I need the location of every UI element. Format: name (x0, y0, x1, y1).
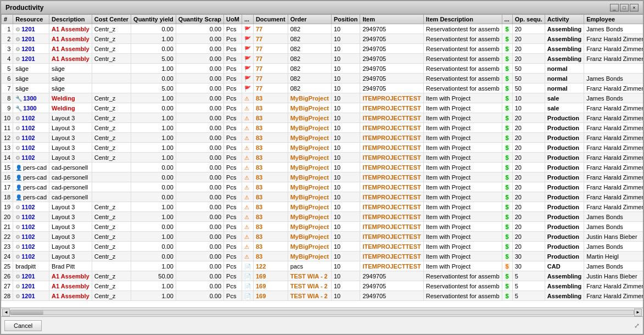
table-row[interactable]: 28 ⚙1201 A1 Assembly Centr_z 1.00 0.00 P… (2, 291, 643, 301)
table-row[interactable]: 8 🔧1300 Welding Centr_z 1.00 0.00 Pcs ⚠ … (2, 93, 643, 103)
scroll-right-button[interactable]: ► (634, 309, 642, 316)
table-row[interactable]: 22 ⚙1102 Layout 3 Centr_z 1.00 0.00 Pcs … (2, 232, 643, 242)
cell-uom: Pcs (224, 163, 242, 172)
table-row[interactable]: 19 ⚙1102 Layout 3 Centr_z 1.00 0.00 Pcs … (2, 202, 643, 212)
machine-icon: 🔧 (15, 96, 22, 102)
cell-ellipsis2: $ (502, 182, 512, 192)
cell-position: 10 (331, 212, 360, 222)
cell-op-sequ: 30 (512, 252, 545, 261)
table-row[interactable]: 11 ⚙1102 Layout 3 Centr_z 1.00 0.00 Pcs … (2, 123, 643, 133)
cell-position: 10 (331, 103, 360, 113)
table-row[interactable]: 2 ⚙1201 A1 Assembly Centr_z 1.00 0.00 Pc… (2, 34, 643, 44)
cell-item: ITEMPROJECTTEST (360, 261, 423, 271)
table-row[interactable]: 3 ⚙1201 A1 Assembly Centr_z 0.00 0.00 Pc… (2, 44, 643, 54)
cell-uom: Pcs (224, 261, 242, 271)
cell-uom: Pcs (224, 291, 242, 301)
table-row[interactable]: 20 ⚙1102 Layout 3 Centr_z 1.00 0.00 Pcs … (2, 212, 643, 222)
cell-resource: ⚙1102 (13, 123, 49, 133)
cell-document: 77 (253, 34, 288, 44)
cell-order: MyBigProject (288, 212, 331, 222)
minimize-button[interactable]: _ (610, 4, 619, 12)
cell-item: ITEMPROJECTTEST (360, 93, 423, 103)
data-table: # Resource Description Cost Center Quant… (1, 14, 643, 301)
cell-item-desc: Reservationtest for assemb (423, 64, 502, 74)
cell-num: 12 (2, 133, 13, 143)
cell-position: 10 (331, 153, 360, 163)
table-row[interactable]: 21 ⚙1102 Layout 3 Centr_z 0.00 0.00 Pcs … (2, 222, 643, 232)
cancel-button[interactable]: Cancel (4, 320, 42, 331)
table-row[interactable]: 1 ⚙1201 A1 Assembly Centr_z 0.00 0.00 Pc… (2, 24, 643, 34)
close-button[interactable]: × (630, 4, 639, 12)
table-row[interactable]: 5 säge säge 1.00 0.00 Pcs 🚩 77 082 10 29… (2, 64, 643, 74)
scroll-left-button[interactable]: ◄ (2, 309, 10, 316)
cell-order: 082 (288, 74, 331, 83)
maximize-button[interactable]: □ (620, 4, 629, 12)
cell-qty-yield: 1.00 (131, 291, 176, 301)
table-row[interactable]: 12 ⚙1102 Layout 3 Centr_z 1.00 0.00 Pcs … (2, 133, 643, 143)
cell-resource: ⚙1102 (13, 222, 49, 232)
table-row[interactable]: 18 👤pers-cad cad-personell 0.00 0.00 Pcs… (2, 192, 643, 202)
table-row[interactable]: 10 ⚙1102 Layout 3 Centr_z 1.00 0.00 Pcs … (2, 113, 643, 123)
table-row[interactable]: 27 ⚙1201 A1 Assembly Centr_z 1.00 0.00 P… (2, 281, 643, 291)
cell-op-sequ: 20 (512, 54, 545, 64)
cell-document: 77 (253, 24, 288, 34)
cell-resource: ⚙1201 (13, 281, 49, 291)
table-row[interactable]: 14 ⚙1102 Layout 3 Centr_z 1.00 0.00 Pcs … (2, 153, 643, 163)
cell-position: 10 (331, 271, 360, 281)
table-row[interactable]: 4 ⚙1201 A1 Assembly Centr_z 5.00 0.00 Pc… (2, 54, 643, 64)
scrollbar-thumb[interactable] (10, 310, 43, 315)
gear-icon: ⚙ (15, 224, 20, 230)
cell-num: 10 (2, 113, 13, 123)
table-row[interactable]: 7 säge säge 5.00 0.00 Pcs 🚩 77 082 10 29… (2, 83, 643, 93)
cell-qty-scrap: 0.00 (176, 271, 223, 281)
horizontal-scrollbar[interactable]: ◄ ► (1, 308, 643, 316)
gear-icon: ⚙ (15, 36, 20, 42)
cell-cost-center: Centr_z (92, 54, 131, 64)
gear-icon: ⚙ (15, 26, 20, 32)
cell-uom: Pcs (224, 44, 242, 54)
table-row[interactable]: 24 ⚙1102 Layout 3 Centr_z 0.00 0.00 Pcs … (2, 252, 643, 261)
table-row[interactable]: 17 👤pers-cad cad-personell 0.00 0.00 Pcs… (2, 182, 643, 192)
cell-num: 14 (2, 153, 13, 163)
cell-resource: ⚙1201 (13, 271, 49, 281)
cell-order: 082 (288, 83, 331, 93)
dollar-icon: $ (505, 273, 510, 280)
cell-item-desc: Item with Project (423, 182, 502, 192)
cell-position: 10 (331, 163, 360, 172)
table-row[interactable]: 25 bradpitt Brad Pitt 1.00 0.00 Pcs 📄 12… (2, 261, 643, 271)
dollar-icon: $ (505, 26, 510, 32)
cell-cost-center: Centr_z (92, 93, 131, 103)
cell-position: 10 (331, 44, 360, 54)
table-row[interactable]: 23 ⚙1102 Layout 3 Centr_z 0.00 0.00 Pcs … (2, 242, 643, 252)
cell-order: MyBigProject (288, 242, 331, 252)
table-row[interactable]: 13 ⚙1102 Layout 3 Centr_z 1.00 0.00 Pcs … (2, 143, 643, 153)
table-row[interactable]: 6 säge säge 0.00 0.00 Pcs 🚩 77 082 10 29… (2, 74, 643, 83)
cell-item-desc: Item with Project (423, 113, 502, 123)
resize-icon[interactable]: ⤢ (634, 322, 640, 330)
dollar-icon: $ (505, 36, 510, 42)
table-row[interactable]: 9 🔧1300 Welding Centr_z 0.00 0.00 Pcs ⚠ … (2, 103, 643, 113)
cell-qty-scrap: 0.00 (176, 93, 223, 103)
cell-description: Layout 3 (49, 113, 92, 123)
cell-employee: James Bonds (584, 222, 643, 232)
table-row[interactable]: 15 👤pers-cad cad-personell 0.00 0.00 Pcs… (2, 163, 643, 172)
cell-employee: James Bonds (584, 242, 643, 252)
cell-order: MyBigProject (288, 103, 331, 113)
cell-cost-center: Centr_z (92, 153, 131, 163)
doc-icon: 📄 (244, 264, 251, 270)
table-row[interactable]: 16 👤pers-cad cad-personell 0.00 0.00 Pcs… (2, 172, 643, 182)
col-uom: UoM (224, 15, 242, 24)
cell-item: ITEMPROJECTTEST (360, 123, 423, 133)
dollar-icon: $ (505, 214, 510, 220)
table-row[interactable]: 26 ⚙1201 A1 Assembly Centr_z 50.00 0.00 … (2, 271, 643, 281)
gear-icon: ⚙ (15, 115, 20, 121)
cell-position: 10 (331, 34, 360, 44)
cell-uom: Pcs (224, 281, 242, 291)
cell-num: 9 (2, 103, 13, 113)
cell-resource: 👤pers-cad (13, 163, 49, 172)
cell-op-sequ: 20 (512, 44, 545, 54)
cell-position: 10 (331, 202, 360, 212)
cell-cost-center: Centr_z (92, 232, 131, 242)
dollar-icon: $ (505, 293, 510, 299)
cell-uom: Pcs (224, 153, 242, 163)
